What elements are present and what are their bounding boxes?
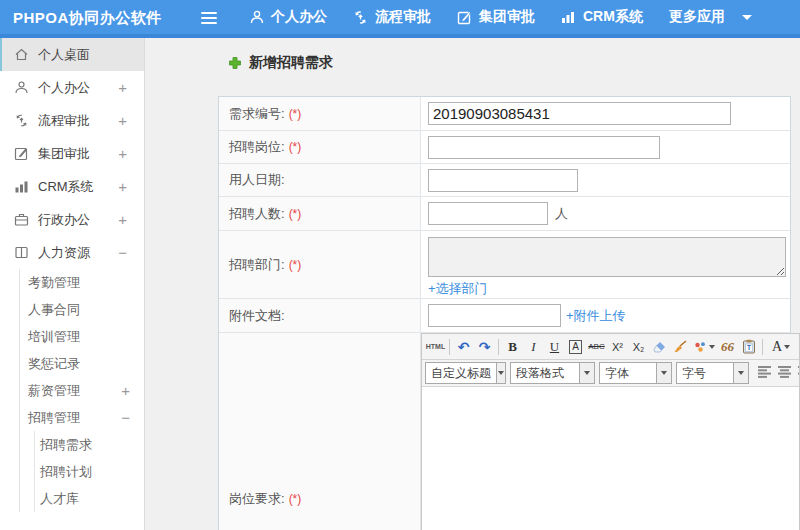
blockquote-button[interactable]: 66 bbox=[717, 337, 738, 357]
app-logo: PHPOA协同办公软件 bbox=[13, 9, 162, 28]
sidebar-item-hr-contracts[interactable]: 人事合同 bbox=[20, 296, 144, 323]
expand-icon[interactable]: + bbox=[118, 112, 127, 129]
expand-icon[interactable]: + bbox=[118, 145, 127, 162]
attachment-input[interactable] bbox=[428, 304, 561, 327]
form-row-date: 用人日期: bbox=[219, 164, 790, 197]
bold-button[interactable]: B bbox=[502, 337, 523, 357]
eraser-icon[interactable] bbox=[649, 337, 670, 357]
custom-heading-select[interactable]: 自定义标题 bbox=[425, 362, 506, 384]
paste-icon[interactable]: T bbox=[738, 337, 759, 357]
nav-group-approval[interactable]: 集团审批 bbox=[457, 8, 535, 26]
page-title: 新增招聘需求 bbox=[228, 54, 333, 72]
request-number-input[interactable] bbox=[428, 102, 731, 125]
sidebar-item-label: 奖惩记录 bbox=[28, 355, 80, 373]
form-row-attachment: 附件文档: +附件上传 bbox=[219, 299, 790, 333]
form-row-department: 招聘部门: (*) +选择部门 bbox=[219, 231, 790, 299]
sidebar-item-salary[interactable]: 薪资管理 + bbox=[20, 377, 144, 404]
align-left-icon[interactable] bbox=[758, 364, 772, 382]
field-label: 岗位要求: (*) bbox=[219, 333, 421, 530]
html-source-button[interactable]: HTML bbox=[425, 337, 446, 357]
font-family-select[interactable]: 字体 bbox=[599, 362, 672, 384]
sidebar-item-personal-desktop[interactable]: 个人桌面 bbox=[0, 38, 144, 71]
sidebar-item-label: 个人办公 bbox=[38, 79, 90, 97]
subscript-button[interactable]: X₂ bbox=[628, 337, 649, 357]
nav-label: 更多应用 bbox=[669, 8, 725, 26]
sidebar-item-recruit-request[interactable]: 招聘需求 bbox=[35, 431, 144, 458]
select-arrow bbox=[656, 363, 671, 383]
hiring-date-input[interactable] bbox=[428, 169, 578, 192]
font-color-button[interactable]: A bbox=[766, 337, 796, 357]
collapse-icon[interactable]: − bbox=[118, 244, 127, 261]
field-cell: HTML ↶ ↷ B I U A ABC X² X₂ bbox=[421, 333, 790, 530]
expand-icon[interactable]: + bbox=[121, 382, 130, 399]
sidebar-item-personal-office[interactable]: 个人办公 + bbox=[0, 71, 144, 104]
sidebar-item-label: 培训管理 bbox=[28, 328, 80, 346]
field-label: 附件文档: bbox=[219, 299, 421, 332]
superscript-button[interactable]: X² bbox=[607, 337, 628, 357]
briefcase-icon bbox=[14, 212, 29, 227]
editor-toolbar-row1: HTML ↶ ↷ B I U A ABC X² X₂ bbox=[422, 334, 799, 360]
position-input[interactable] bbox=[428, 136, 660, 159]
undo-icon[interactable]: ↶ bbox=[453, 337, 474, 357]
nav-workflow-approval[interactable]: 流程审批 bbox=[353, 8, 431, 26]
process-icon bbox=[14, 113, 29, 128]
expand-icon[interactable]: + bbox=[118, 211, 127, 228]
field-label: 需求编号: (*) bbox=[219, 97, 421, 130]
select-arrow bbox=[496, 363, 505, 383]
home-icon bbox=[14, 47, 29, 62]
sidebar-item-recruitment[interactable]: 招聘管理 − bbox=[20, 404, 144, 431]
hr-submenu: 考勤管理 人事合同 培训管理 奖惩记录 薪资管理 + 招聘管理 − 招聘需求 招… bbox=[19, 269, 144, 512]
sidebar: 个人桌面 个人办公 + 流程审批 + 集团审批 + CRM系统 bbox=[0, 38, 145, 530]
nav-personal-office[interactable]: 个人办公 bbox=[250, 8, 327, 26]
align-right-icon[interactable] bbox=[798, 364, 799, 382]
attachment-upload-link[interactable]: +附件上传 bbox=[566, 307, 626, 325]
redo-icon[interactable]: ↷ bbox=[474, 337, 495, 357]
nav-label: 流程审批 bbox=[375, 8, 431, 26]
color-splash-icon[interactable] bbox=[691, 337, 717, 357]
required-marker: (*) bbox=[289, 258, 302, 272]
book-icon bbox=[14, 245, 29, 260]
caret-down-icon bbox=[584, 371, 590, 375]
sidebar-item-rewards[interactable]: 奖惩记录 bbox=[20, 350, 144, 377]
nav-more-apps[interactable]: 更多应用 bbox=[669, 8, 752, 26]
required-marker: (*) bbox=[289, 207, 302, 221]
department-textarea[interactable] bbox=[428, 237, 786, 277]
format-brush-icon[interactable] bbox=[670, 337, 691, 357]
headcount-unit: 人 bbox=[555, 205, 568, 223]
editor-toolbar-row2: 自定义标题 段落格式 字体 字号 bbox=[422, 360, 799, 387]
align-center-icon[interactable] bbox=[778, 364, 792, 382]
select-arrow bbox=[579, 363, 594, 383]
sidebar-item-recruit-plan[interactable]: 招聘计划 bbox=[35, 458, 144, 485]
nav-crm-system[interactable]: CRM系统 bbox=[561, 8, 643, 26]
remove-format-button[interactable]: A bbox=[565, 337, 586, 357]
highlight-color-button[interactable]: a bbox=[796, 337, 799, 357]
sidebar-item-attendance[interactable]: 考勤管理 bbox=[20, 269, 144, 296]
required-marker: (*) bbox=[289, 140, 302, 154]
sidebar-item-training[interactable]: 培训管理 bbox=[20, 323, 144, 350]
expand-icon[interactable]: + bbox=[118, 79, 127, 96]
paragraph-format-select[interactable]: 段落格式 bbox=[510, 362, 595, 384]
select-department-link[interactable]: +选择部门 bbox=[428, 280, 488, 298]
font-color-glyph: A bbox=[772, 339, 782, 355]
collapse-icon[interactable]: − bbox=[121, 409, 130, 426]
expand-icon[interactable]: + bbox=[118, 178, 127, 195]
form-row-position: 招聘岗位: (*) bbox=[219, 131, 790, 164]
sidebar-item-workflow-approval[interactable]: 流程审批 + bbox=[0, 104, 144, 137]
italic-button[interactable]: I bbox=[523, 337, 544, 357]
underline-button[interactable]: U bbox=[544, 337, 565, 357]
select-arrow bbox=[733, 363, 748, 383]
label-text: 招聘岗位: bbox=[229, 138, 285, 156]
headcount-input[interactable] bbox=[428, 202, 548, 225]
toolbar-separator bbox=[498, 339, 499, 355]
field-label: 招聘岗位: (*) bbox=[219, 131, 421, 163]
sidebar-item-talent-pool[interactable]: 人才库 bbox=[35, 485, 144, 512]
sidebar-item-admin-office[interactable]: 行政办公 + bbox=[0, 203, 144, 236]
sidebar-item-crm-system[interactable]: CRM系统 + bbox=[0, 170, 144, 203]
font-size-select[interactable]: 字号 bbox=[676, 362, 749, 384]
sidebar-item-group-approval[interactable]: 集团审批 + bbox=[0, 137, 144, 170]
hamburger-menu-icon[interactable] bbox=[201, 12, 217, 24]
rich-text-editor: HTML ↶ ↷ B I U A ABC X² X₂ bbox=[421, 333, 800, 530]
sidebar-item-human-resources[interactable]: 人力资源 − bbox=[0, 236, 144, 269]
job-requirement-editor-area[interactable] bbox=[422, 387, 799, 530]
strikethrough-button[interactable]: ABC bbox=[586, 337, 607, 357]
